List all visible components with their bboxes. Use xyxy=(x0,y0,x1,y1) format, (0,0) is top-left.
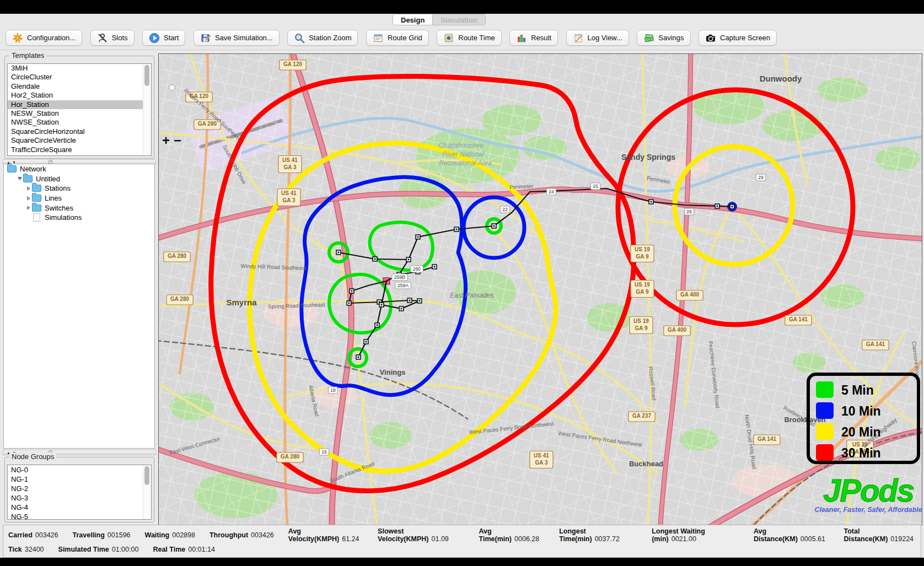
folder-icon xyxy=(32,195,41,202)
station-node-center xyxy=(434,266,435,267)
template-item[interactable]: Hor2_Station xyxy=(8,91,151,100)
tree-item-switches[interactable]: Switches xyxy=(4,203,154,213)
save-simulation-button[interactable]: Save Simulation... xyxy=(194,30,280,46)
tree-item-network[interactable]: Network xyxy=(4,164,154,174)
station-node-center xyxy=(348,303,350,304)
start-button[interactable]: Start xyxy=(142,30,185,46)
status-stat: Waiting002898 xyxy=(145,531,195,539)
status-stat: Simulated Time01:00:00 xyxy=(58,546,139,553)
node-group-item[interactable]: NG-0 xyxy=(8,465,151,475)
template-item[interactable]: NESW_Station xyxy=(8,109,151,118)
status-stat: Avg Distance(KM)0005.61 xyxy=(754,527,830,543)
station-node-center xyxy=(381,304,382,305)
tab-design[interactable]: Design xyxy=(393,14,433,25)
chevron-right-icon[interactable] xyxy=(27,206,30,210)
template-item[interactable]: Hor_Station xyxy=(8,100,151,109)
route-grid-button[interactable]: Route Grid xyxy=(366,30,429,46)
tree-item-stations[interactable]: Stations xyxy=(4,184,154,193)
road-shield-label: US 41 xyxy=(282,157,298,163)
result-button[interactable]: Result xyxy=(509,30,558,46)
log-view-button[interactable]: Log View... xyxy=(566,30,629,46)
legend-label: 5 Min xyxy=(841,383,874,397)
button-label: Savings xyxy=(658,34,684,42)
savings-button[interactable]: Savings xyxy=(637,30,690,46)
route-time-button[interactable]: Route Time xyxy=(437,30,501,46)
road-shield-label: GA 141 xyxy=(789,316,808,322)
templates-scrollbar[interactable] xyxy=(143,64,151,155)
road-shield-label: GA 280 xyxy=(198,121,217,127)
template-item[interactable]: SquareCircleHorizontal xyxy=(8,127,151,136)
template-item[interactable]: 3MiH xyxy=(8,64,151,73)
button-label: Station Zoom xyxy=(309,34,351,42)
template-item[interactable]: NWSE_Station xyxy=(8,118,151,127)
configuration-button[interactable]: Configuration... xyxy=(6,30,82,46)
route-time-icon xyxy=(443,33,454,44)
save-icon xyxy=(200,33,211,44)
map-canvas[interactable]: GA 120GA 120GA 280US 41GA 3US 41GA 3GA 2… xyxy=(159,54,922,525)
road-shield-label: GA 400 xyxy=(668,327,687,333)
tree-item-label: Untitled xyxy=(36,175,60,183)
play-icon xyxy=(149,33,160,44)
template-item[interactable]: SquareCircleVerticle xyxy=(8,136,151,145)
button-label: Route Time xyxy=(458,34,495,42)
template-item[interactable]: TrafficCircleSquare xyxy=(8,145,151,154)
template-item[interactable]: Glendale xyxy=(8,82,151,91)
map-label: River National xyxy=(442,150,484,158)
capture-screen-button[interactable]: Capture Screen xyxy=(699,30,777,46)
tree-item-lines[interactable]: Lines xyxy=(4,193,154,203)
map-label: Vinings xyxy=(380,368,406,376)
road-shield-label: GA 237 xyxy=(632,413,652,419)
chevron-right-icon[interactable] xyxy=(27,186,30,191)
template-item[interactable]: CircleCluster xyxy=(8,73,151,82)
status-stat: Travelling001596 xyxy=(73,531,131,539)
exit-number: 22 xyxy=(502,207,508,212)
exit-number: 25 xyxy=(593,184,598,189)
road-shield-label: GA 400 xyxy=(680,292,700,298)
road-shield-label: GA 280 xyxy=(170,296,190,302)
legend-swatch xyxy=(816,423,834,440)
chevron-down-icon[interactable] xyxy=(18,177,22,180)
road-shield-label: US 19 xyxy=(635,246,650,252)
node-groups-scrollbar[interactable] xyxy=(143,465,151,519)
status-stat: Throughput003426 xyxy=(209,531,274,539)
folder-icon xyxy=(23,175,33,182)
node-group-item[interactable]: NG-5 xyxy=(8,512,151,520)
button-label: Configuration... xyxy=(27,34,76,42)
map-label: Recreational Area xyxy=(439,159,492,167)
chevron-right-icon[interactable] xyxy=(27,196,30,201)
folder-icon xyxy=(7,165,17,173)
tree-item-untitled[interactable]: Untitled xyxy=(4,174,154,184)
route-grid-icon xyxy=(373,33,384,44)
station-node-center xyxy=(419,300,420,301)
station-zoom-button[interactable]: Station Zoom xyxy=(287,30,358,46)
jpods-logo: JPods xyxy=(823,472,914,508)
node-group-item[interactable]: NG-1 xyxy=(8,475,151,484)
station-node-center xyxy=(732,206,733,207)
file-icon xyxy=(33,213,40,222)
node-groups-group: Node Groups NG-0NG-1NG-2NG-3NG-4NG-5 xyxy=(4,457,154,522)
slots-button[interactable]: Slots xyxy=(90,30,135,46)
station-node-center xyxy=(338,252,339,253)
node-group-item[interactable]: NG-4 xyxy=(8,503,151,512)
road-shield-label: US 41 xyxy=(281,190,297,196)
map-label: Smyrna xyxy=(226,298,257,307)
tab-simulation[interactable]: Simulation xyxy=(433,14,485,25)
node-group-item[interactable]: NG-2 xyxy=(8,484,151,493)
zoom-out-button[interactable]: − xyxy=(174,133,181,148)
node-groups-title: Node Groups xyxy=(9,452,56,461)
zoom-in-button[interactable]: + xyxy=(162,133,170,148)
tree-item-simulations[interactable]: Simulations xyxy=(4,213,154,223)
map-label: Dunwoody xyxy=(760,74,802,83)
map-panel[interactable]: GA 120GA 120GA 280US 41GA 3US 41GA 3GA 2… xyxy=(158,53,922,525)
button-label: Start xyxy=(164,34,179,42)
node-group-item[interactable]: NG-3 xyxy=(8,493,151,503)
road-shield-label: GA 280 xyxy=(281,454,300,460)
status-stat: Slowest Velocity(KMPH)01.09 xyxy=(378,527,464,543)
magnifier-icon xyxy=(294,33,305,44)
toolbar: Configuration... Slots Start Save Simula… xyxy=(0,26,924,50)
status-bar: Carried003426Travelling001596Waiting0028… xyxy=(3,525,921,558)
status-stat: Avg Time(min)0006.28 xyxy=(479,527,545,543)
station-node-center xyxy=(401,308,402,309)
status-row-1: Carried003426Travelling001596Waiting0028… xyxy=(3,528,921,542)
exit-number: 29 xyxy=(758,175,764,180)
